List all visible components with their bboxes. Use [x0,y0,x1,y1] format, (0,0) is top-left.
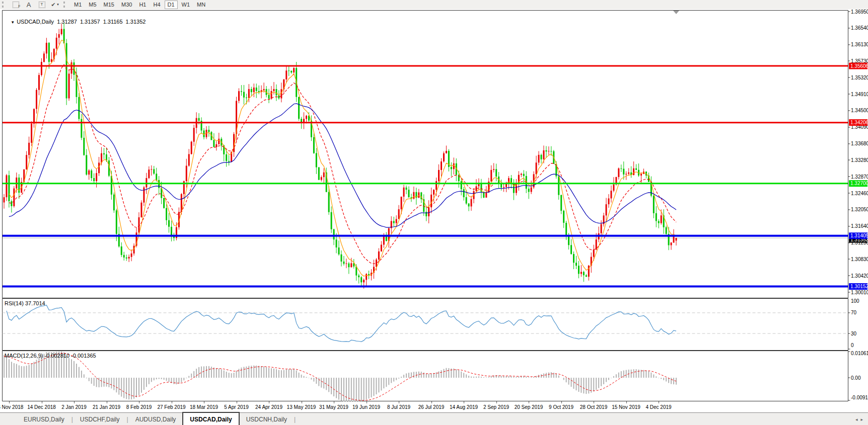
chart-tab-usdchf[interactable]: USDCHF,Daily [74,414,126,424]
svg-text:1.32700: 1.32700 [850,181,868,186]
chart-title: ▼USDCAD,Daily1.312871.313571.311651.3135… [5,13,149,31]
time-axis-tick [399,401,399,403]
svg-text:1.35320: 1.35320 [851,75,868,80]
svg-text:1.33680: 1.33680 [851,141,868,146]
chart-tab-usdcnh[interactable]: USDCNH,Daily [240,414,294,424]
time-axis-label: 8 Jul 2019 [387,404,410,410]
collapse-triangle-icon[interactable]: ▼ [11,20,15,25]
toolbar-grip-2[interactable] [63,2,67,8]
chart-tab-bar: EURUSD,Daily|USDCHF,Daily|AUDUSD,DailyUS… [0,412,868,425]
high-value: 1.31357 [80,19,100,25]
time-axis-tick [107,401,107,403]
time-axis-label: 18 Mar 2019 [190,404,218,410]
svg-text:1.36950: 1.36950 [851,9,868,15]
time-axis-label: 31 May 2019 [319,404,348,410]
symbol-label: USDCAD,Daily [17,19,54,25]
time-axis-tick [464,401,464,403]
time-axis-label: 28 Oct 2019 [580,404,607,410]
main-chart-canvas[interactable]: 1.369501.365401.361301.357301.353201.349… [0,9,868,298]
time-axis-tick [172,401,172,403]
time-axis-tick [42,401,42,403]
time-axis[interactable]: 26 Nov 201814 Dec 20182 Jan 201921 Jan 2… [0,401,868,412]
text-label-icon: A [27,1,31,9]
rsi-label: RSI(14) 37.7014 [5,300,45,306]
time-axis-tick [237,401,237,403]
time-axis-tick [334,401,334,403]
text-box-tool-button[interactable]: T [35,1,48,9]
text-box-icon: T [39,2,45,8]
draw-tools-button[interactable]: ✔ ▾ [48,1,61,9]
text-label-tool-button[interactable]: A [22,1,35,9]
mt4-window: { "toolbar": { "tools": [ {"id": "crossh… [0,0,868,425]
time-axis-tick [302,401,302,403]
time-axis-label: 14 Aug 2019 [450,404,478,410]
svg-text:1.32460: 1.32460 [851,191,868,196]
crosshair-f-tool-button[interactable]: F [9,1,22,9]
time-axis-label: 2 Jan 2019 [61,404,87,410]
macd-panel[interactable]: 0.0106150.00-0.00918 MACD(12,26,9) -0.00… [0,351,868,401]
time-axis-tick [561,401,562,403]
time-axis-tick [659,401,659,403]
chart-tab-audusd[interactable]: AUDUSD,Daily [129,414,183,424]
time-axis-tick [496,401,497,403]
time-axis-label: 26 Jul 2019 [418,404,445,410]
timeframe-button-w1[interactable]: W1 [179,1,193,9]
timeframe-button-m5[interactable]: M5 [86,1,99,9]
time-axis-label: 27 Feb 2019 [157,404,185,410]
svg-text:1.30010: 1.30010 [851,290,868,295]
low-value: 1.31165 [103,19,123,25]
svg-text:1.33280: 1.33280 [851,157,868,163]
macd-canvas: 0.0106150.00-0.00918 [0,351,868,401]
last-bar-marker-icon [673,11,679,14]
tab-separator: | [294,416,296,423]
rsi-panel[interactable]: 10070300 RSI(14) 37.7014 [0,298,868,351]
time-axis-label: 8 Feb 2019 [126,404,152,410]
time-axis-tick [74,401,75,403]
svg-text:1.35606: 1.35606 [850,63,868,69]
time-axis-label: 15 Nov 2019 [612,404,640,410]
timeframe-button-mn[interactable]: MN [194,1,208,9]
timeframe-button-d1[interactable]: D1 [165,1,178,9]
timeframe-button-h1[interactable]: H1 [136,1,149,9]
svg-text:100: 100 [851,298,859,304]
timeframe-button-m1[interactable]: M1 [71,1,85,9]
time-axis-label: 5 Apr 2019 [224,404,248,410]
svg-text:1.36130: 1.36130 [851,42,868,47]
svg-text:1.34910: 1.34910 [851,92,868,97]
timeframe-button-m15[interactable]: M15 [101,1,117,9]
chart-tab-usdcad[interactable]: USDCAD,Daily [182,412,239,425]
time-axis-tick [431,401,432,403]
svg-text:1.31405: 1.31405 [850,233,868,238]
svg-text:1.34500: 1.34500 [851,108,868,113]
macd-signal-line [4,353,676,400]
time-axis-tick [204,401,204,403]
svg-text:30: 30 [851,331,857,336]
time-axis-label: 19 Jun 2019 [352,404,380,410]
svg-text:70: 70 [851,310,857,315]
main-chart-panel[interactable]: 1.369501.365401.361301.357301.353201.349… [0,9,868,298]
time-axis-tick [529,401,529,403]
time-axis-tick [367,401,367,403]
svg-text:1.36540: 1.36540 [851,25,868,31]
svg-text:1.31640: 1.31640 [851,223,868,229]
svg-text:0.00: 0.00 [851,375,861,381]
time-axis-tick [594,401,594,403]
time-axis-label: 21 Jan 2019 [93,404,120,410]
svg-text:1.30830: 1.30830 [851,257,868,262]
time-axis-tick [139,401,139,403]
time-axis-tick [269,401,269,403]
time-axis-label: 14 Dec 2018 [27,404,56,410]
timeframe-button-h4[interactable]: H4 [150,1,163,9]
time-axis-label: 20 Sep 2019 [515,404,543,410]
time-axis-tick [9,401,10,403]
timeframe-button-m30[interactable]: M30 [118,1,135,9]
time-axis-tick [626,401,627,403]
macd-histogram [4,352,676,401]
chart-tab-eurusd[interactable]: EURUSD,Daily [17,414,71,424]
tab-scroll-arrows[interactable]: ◂▸ [855,417,866,422]
svg-text:1.32870: 1.32870 [851,174,868,180]
toolbar-grip[interactable] [2,2,6,8]
timeframe-button-group: M1M5M15M30H1H4D1W1MN [70,1,209,9]
macd-label: MACD(12,26,9) -0.002810 -0.001365 [5,353,96,359]
rsi-canvas: 10070300 [0,298,868,351]
